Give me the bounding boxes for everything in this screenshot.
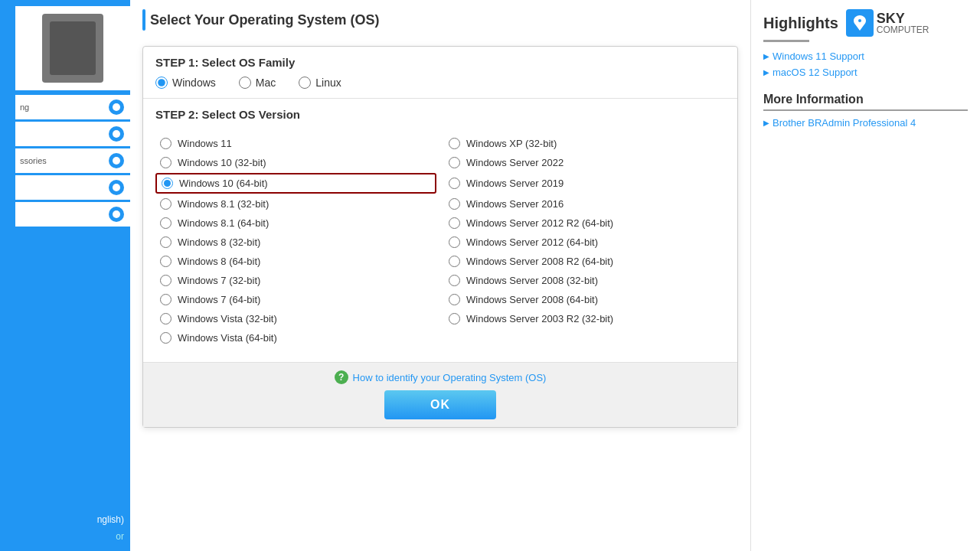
more-info-link-bradmin[interactable]: Brother BRAdmin Professional 4 <box>763 117 968 129</box>
how-to-link[interactable]: ? How to identify your Operating System … <box>335 370 547 384</box>
os-item-win10-64[interactable]: Windows 10 (64-bit) <box>155 173 436 194</box>
sidebar-language: nglish) <box>15 511 130 528</box>
sidebar-nav-item-5[interactable] <box>15 202 130 227</box>
os-item-winserver2008-32[interactable]: Windows Server 2008 (32-bit) <box>444 272 725 289</box>
radio-win7-32[interactable] <box>160 275 172 286</box>
os-item-winvista-64[interactable]: Windows Vista (64-bit) <box>155 329 436 347</box>
os-label-win7-32: Windows 7 (32-bit) <box>178 275 260 286</box>
radio-win81-32[interactable] <box>160 198 172 210</box>
radio-winserver2008-32[interactable] <box>449 275 460 286</box>
step2-section: STEP 2: Select OS Version Windows 11 Win… <box>143 99 737 363</box>
radio-winserver2008r2[interactable] <box>449 256 460 267</box>
sky-brand-text: SKY <box>877 11 929 25</box>
radio-winserver2019[interactable] <box>449 178 460 189</box>
os-item-win7-32[interactable]: Windows 7 (32-bit) <box>155 272 436 289</box>
sidebar-nav-btn-3[interactable] <box>109 153 124 168</box>
os-item-winserver2022[interactable]: Windows Server 2022 <box>444 154 725 171</box>
os-item-winserver2019[interactable]: Windows Server 2019 <box>444 173 725 194</box>
os-label-winserver2012r2: Windows Server 2012 R2 (64-bit) <box>466 217 613 229</box>
radio-winserver2012r2[interactable] <box>449 217 460 229</box>
sidebar-nav-item-3[interactable]: ssories <box>15 148 130 173</box>
os-item-winserver2003r2[interactable]: Windows Server 2003 R2 (32-bit) <box>444 310 725 328</box>
radio-mac-input[interactable] <box>239 77 251 89</box>
radio-windows[interactable]: Windows <box>155 77 216 89</box>
os-label-winserver2019: Windows Server 2019 <box>466 178 564 189</box>
os-label-winserver2022: Windows Server 2022 <box>466 157 564 168</box>
os-label-winserver2008-32: Windows Server 2008 (32-bit) <box>466 275 598 286</box>
os-label-win10-64: Windows 10 (64-bit) <box>179 178 268 189</box>
right-panel: Highlights SKY COMPUTER Windows 11 Suppo… <box>750 0 980 551</box>
os-label-winserver2003r2: Windows Server 2003 R2 (32-bit) <box>466 313 613 324</box>
more-info-title: More Information <box>763 93 968 106</box>
radio-win81-64[interactable] <box>160 217 172 229</box>
sidebar-link[interactable]: or <box>15 528 130 545</box>
os-label-winvista-64: Windows Vista (64-bit) <box>178 332 277 344</box>
highlight-link-win11-label: Windows 11 Support <box>773 51 864 62</box>
radio-winvista-32[interactable] <box>160 313 172 324</box>
radio-winserver2022[interactable] <box>449 157 460 168</box>
os-label-win8-32: Windows 8 (32-bit) <box>178 236 260 248</box>
radio-winserver2012[interactable] <box>449 236 460 248</box>
how-to-link-text: How to identify your Operating System (O… <box>353 372 547 383</box>
os-item-winserver2012[interactable]: Windows Server 2012 (64-bit) <box>444 233 725 251</box>
os-label-winvista-32: Windows Vista (32-bit) <box>178 313 277 324</box>
radio-linux-input[interactable] <box>299 77 311 89</box>
os-item-winxp[interactable]: Windows XP (32-bit) <box>444 135 725 152</box>
os-label-win81-32: Windows 8.1 (32-bit) <box>178 198 269 210</box>
radio-win7-64[interactable] <box>160 294 172 305</box>
radio-win8-64[interactable] <box>160 256 172 267</box>
sidebar-nav-btn-5[interactable] <box>109 207 124 222</box>
sidebar-nav-label-3: ssories <box>15 156 109 165</box>
sidebar-nav-item-4[interactable] <box>15 175 130 200</box>
sidebar-nav-btn-2[interactable] <box>109 126 124 142</box>
radio-winvista-64[interactable] <box>160 332 172 344</box>
sidebar-nav-label-1: ng <box>15 103 109 112</box>
os-item-winvista-32[interactable]: Windows Vista (32-bit) <box>155 310 436 328</box>
sky-subtext: COMPUTER <box>877 25 929 34</box>
ok-button[interactable]: OK <box>384 390 496 419</box>
highlight-link-win11[interactable]: Windows 11 Support <box>763 48 968 64</box>
sidebar-nav-item-2[interactable] <box>15 122 130 146</box>
os-label-win10-32: Windows 10 (32-bit) <box>178 157 266 168</box>
os-item-winserver2008-64[interactable]: Windows Server 2008 (64-bit) <box>444 291 725 308</box>
os-item-win7-64[interactable]: Windows 7 (64-bit) <box>155 291 436 308</box>
os-label-winserver2016: Windows Server 2016 <box>466 198 564 210</box>
radio-windows-label: Windows <box>172 77 216 89</box>
sidebar-nav-item-1[interactable]: ng <box>15 95 130 119</box>
radio-windows-input[interactable] <box>155 77 168 89</box>
os-label-winserver2008r2: Windows Server 2008 R2 (64-bit) <box>466 256 613 267</box>
os-item-win10-32[interactable]: Windows 10 (32-bit) <box>155 154 436 171</box>
sidebar-nav-btn-4[interactable] <box>109 180 124 195</box>
step1-title: STEP 1: Select OS Family <box>155 56 725 69</box>
os-item-win8-64[interactable]: Windows 8 (64-bit) <box>155 253 436 270</box>
highlights-title: Highlights <box>763 15 838 32</box>
highlight-link-macos-label: macOS 12 Support <box>773 67 858 78</box>
os-item-win81-32[interactable]: Windows 8.1 (32-bit) <box>155 195 436 213</box>
os-item-win11[interactable]: Windows 11 <box>155 135 436 152</box>
os-item-win81-64[interactable]: Windows 8.1 (64-bit) <box>155 214 436 232</box>
radio-win11[interactable] <box>160 138 172 149</box>
os-item-win8-32[interactable]: Windows 8 (32-bit) <box>155 233 436 251</box>
os-item-winserver2016[interactable]: Windows Server 2016 <box>444 195 725 213</box>
radio-winserver2003r2[interactable] <box>449 313 460 324</box>
radio-mac[interactable]: Mac <box>239 77 276 89</box>
radio-win10-32[interactable] <box>160 157 172 168</box>
radio-linux[interactable]: Linux <box>299 77 341 89</box>
highlight-link-macos[interactable]: macOS 12 Support <box>763 64 968 80</box>
radio-winserver2016[interactable] <box>449 198 460 210</box>
left-sidebar: ng ssories nglish) or <box>0 0 130 551</box>
sidebar-nav-btn-1[interactable] <box>109 99 124 115</box>
radio-win10-64[interactable] <box>162 178 173 189</box>
radio-winserver2008-64[interactable] <box>449 294 460 305</box>
os-item-winserver2012r2[interactable]: Windows Server 2012 R2 (64-bit) <box>444 214 725 232</box>
radio-win8-32[interactable] <box>160 236 172 248</box>
dialog-footer: ? How to identify your Operating System … <box>143 363 737 427</box>
os-label-winserver2008-64: Windows Server 2008 (64-bit) <box>466 294 598 305</box>
radio-winxp[interactable] <box>449 138 460 149</box>
page-title-bar: Select Your Operating System (OS) <box>142 9 738 37</box>
more-info-link-bradmin-label: Brother BRAdmin Professional 4 <box>773 117 916 129</box>
os-label-win11: Windows 11 <box>178 138 232 149</box>
os-item-winserver2008r2[interactable]: Windows Server 2008 R2 (64-bit) <box>444 253 725 270</box>
step2-title: STEP 2: Select OS Version <box>155 108 725 121</box>
sky-icon <box>846 9 874 37</box>
